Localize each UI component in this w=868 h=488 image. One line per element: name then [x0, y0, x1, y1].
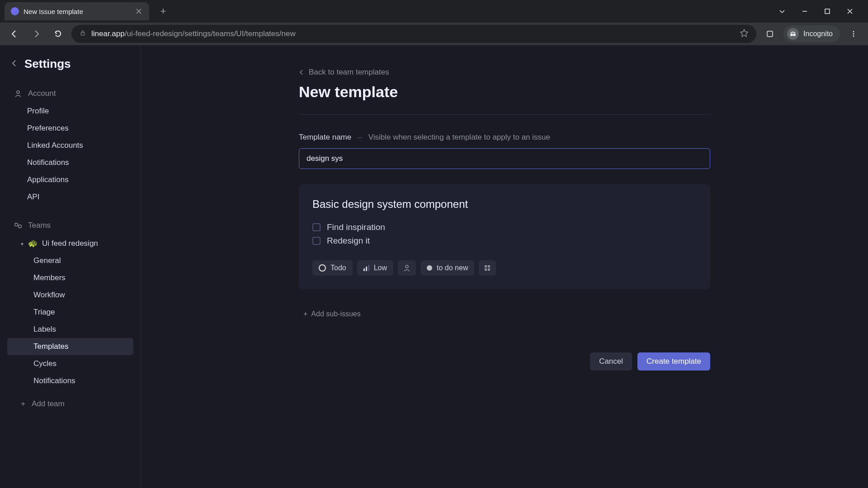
- favicon-icon: [11, 7, 19, 15]
- field-separator: –: [358, 133, 362, 142]
- teams-section: Teams 🐢 Ui feed redesign General Members…: [0, 216, 141, 413]
- incognito-label: Incognito: [803, 30, 833, 38]
- sidebar-item-labels[interactable]: Labels: [7, 321, 133, 338]
- field-hint: Visible when selecting a template to app…: [368, 133, 550, 142]
- svg-rect-12: [485, 265, 487, 267]
- extensions-icon[interactable]: [762, 26, 778, 42]
- team-items: General Members Workflow Triage Labels T…: [7, 252, 133, 389]
- teams-label: Teams: [28, 221, 51, 230]
- priority-pill[interactable]: Low: [357, 260, 393, 276]
- account-section: Account Profile Preferences Linked Accou…: [0, 84, 141, 206]
- lock-icon: [80, 29, 86, 38]
- plus-icon: +: [303, 310, 307, 318]
- close-window-icon[interactable]: [845, 8, 854, 15]
- svg-rect-14: [485, 268, 487, 271]
- template-editor: Basic design system component Find inspi…: [299, 184, 710, 289]
- svg-point-5: [853, 31, 854, 33]
- svg-rect-9: [15, 223, 18, 226]
- assignee-pill[interactable]: [398, 260, 416, 276]
- sidebar-item-templates[interactable]: Templates: [7, 338, 133, 355]
- label-pill[interactable]: to do new: [420, 260, 474, 276]
- main-content: Back to team templates New template Temp…: [141, 45, 868, 488]
- tab-title: New Issue template: [24, 8, 83, 15]
- svg-point-8: [17, 91, 19, 94]
- reload-button[interactable]: [50, 26, 66, 42]
- sidebar-item-general[interactable]: General: [7, 252, 133, 269]
- svg-rect-15: [488, 268, 490, 271]
- priority-bars-icon: [363, 265, 369, 271]
- grid-icon: [484, 265, 491, 271]
- checklist-item-0[interactable]: Find inspiration: [312, 221, 697, 234]
- sidebar-item-preferences[interactable]: Preferences: [7, 120, 133, 137]
- cancel-button[interactable]: Cancel: [590, 352, 632, 371]
- nav-back-button[interactable]: [6, 26, 23, 42]
- teams-header[interactable]: Teams: [7, 216, 133, 235]
- svg-rect-13: [488, 265, 490, 267]
- field-label-row: Template name – Visible when selecting a…: [299, 133, 710, 142]
- svg-point-4: [793, 33, 796, 36]
- add-team-button[interactable]: + Add team: [7, 395, 133, 413]
- browser-chrome: New Issue template + linear.app/ui-feed-…: [0, 0, 868, 45]
- user-icon: [403, 264, 410, 272]
- template-name-input[interactable]: [299, 148, 710, 169]
- priority-label: Low: [374, 264, 387, 272]
- browser-tab[interactable]: New Issue template: [5, 2, 149, 20]
- checklist-item-1[interactable]: Redesign it: [312, 234, 697, 248]
- breadcrumb-label: Back to team templates: [309, 68, 389, 77]
- sidebar-item-profile[interactable]: Profile: [7, 103, 133, 120]
- add-sub-issues-button[interactable]: + Add sub-issues: [299, 307, 365, 321]
- incognito-badge[interactable]: Incognito: [783, 25, 840, 42]
- checklist-label: Find inspiration: [327, 222, 385, 232]
- footer-actions: Cancel Create template: [299, 352, 710, 371]
- page-title: New template: [299, 83, 710, 115]
- add-team-label: Add team: [32, 399, 65, 408]
- teams-icon: [14, 221, 23, 230]
- account-header[interactable]: Account: [7, 84, 133, 103]
- account-icon: [14, 89, 23, 98]
- settings-sidebar: Settings Account Profile Preferences Lin…: [0, 45, 141, 488]
- project-pill[interactable]: [479, 260, 496, 276]
- close-tab-icon[interactable]: [135, 7, 143, 15]
- url-text: linear.app/ui-feed-redesign/settings/tea…: [91, 29, 296, 38]
- browser-menu-icon[interactable]: [845, 26, 862, 42]
- sidebar-item-linked-accounts[interactable]: Linked Accounts: [7, 137, 133, 154]
- back-icon[interactable]: [11, 60, 18, 69]
- content-wrapper: Back to team templates New template Temp…: [299, 68, 710, 371]
- status-circle-icon: [319, 264, 326, 272]
- bookmark-star-icon[interactable]: [740, 29, 748, 39]
- minimize-icon[interactable]: [800, 8, 809, 15]
- plus-icon: +: [21, 399, 25, 408]
- svg-point-7: [853, 36, 854, 37]
- sidebar-item-cycles[interactable]: Cycles: [7, 355, 133, 372]
- new-tab-button[interactable]: +: [156, 4, 171, 19]
- team-name: Ui feed redesign: [42, 239, 98, 248]
- tab-bar: New Issue template +: [0, 0, 868, 23]
- sidebar-item-notifications[interactable]: Notifications: [7, 154, 133, 171]
- sidebar-item-triage[interactable]: Triage: [7, 304, 133, 321]
- address-bar[interactable]: linear.app/ui-feed-redesign/settings/tea…: [71, 25, 756, 43]
- nav-forward-button[interactable]: [28, 26, 44, 42]
- window-controls: [778, 8, 863, 15]
- status-pill[interactable]: Todo: [312, 260, 353, 276]
- address-bar-row: linear.app/ui-feed-redesign/settings/tea…: [0, 23, 868, 45]
- checklist-label: Redesign it: [327, 236, 370, 246]
- checkbox-icon[interactable]: [312, 237, 321, 245]
- svg-point-11: [406, 265, 408, 268]
- sidebar-item-applications[interactable]: Applications: [7, 171, 133, 188]
- svg-rect-1: [81, 33, 85, 35]
- label-text: to do new: [437, 264, 468, 272]
- sidebar-item-team-notifications[interactable]: Notifications: [7, 372, 133, 389]
- sidebar-item-api[interactable]: API: [7, 188, 133, 206]
- checkbox-icon[interactable]: [312, 223, 321, 231]
- chevron-down-icon[interactable]: [778, 8, 787, 15]
- sidebar-item-workflow[interactable]: Workflow: [7, 286, 133, 304]
- editor-title[interactable]: Basic design system component: [312, 198, 697, 211]
- sidebar-item-members[interactable]: Members: [7, 269, 133, 286]
- breadcrumb-back[interactable]: Back to team templates: [299, 68, 710, 77]
- maximize-icon[interactable]: [823, 8, 832, 15]
- create-template-button[interactable]: Create template: [637, 352, 710, 371]
- sidebar-title: Settings: [24, 57, 71, 71]
- team-toggle[interactable]: 🐢 Ui feed redesign: [7, 235, 133, 252]
- chevron-left-icon: [299, 70, 304, 75]
- svg-rect-10: [19, 225, 21, 228]
